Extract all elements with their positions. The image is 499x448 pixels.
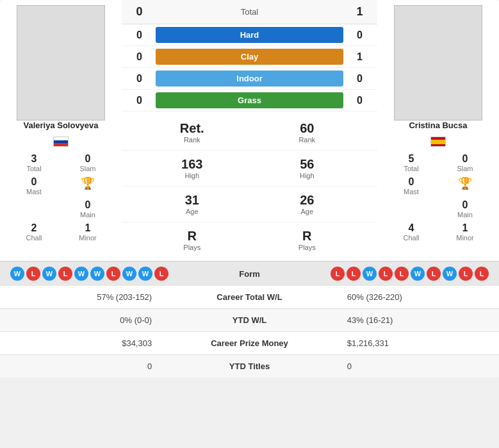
right-player-column: Cristina Bucsa 5 Total 0 Slam 0 Mast 🏆 (377, 0, 499, 261)
surface-row-grass: 0Grass0 (122, 90, 377, 112)
rank-row: Ret. Rank 60 Rank (122, 115, 377, 151)
stats-label-2: Career Prize Money (162, 332, 337, 355)
left-plays-value: R (188, 229, 197, 244)
surface-btn-indoor[interactable]: Indoor (156, 71, 343, 87)
left-mast-value: 0 (31, 176, 37, 188)
flag-icon (53, 137, 69, 147)
right-mast-empty (387, 199, 436, 219)
total-score-left: 0 (128, 5, 151, 19)
surface-right-grass: 0 (348, 95, 371, 106)
left-chall-value: 2 (31, 222, 37, 234)
left-plays-label: Plays (183, 244, 200, 251)
left-form-badges: WLWLWWLWWL (10, 267, 168, 281)
form-badge-w: W (42, 267, 56, 281)
right-minor-stat: 1 Minor (441, 222, 489, 242)
right-minor-label: Minor (456, 234, 474, 242)
bottom-stats-table: 57% (203-152)Career Total W/L60% (326-22… (0, 286, 499, 377)
left-main-label: Main (80, 211, 95, 219)
stats-right-2: $1,216,331 (337, 332, 499, 355)
form-badge-l: L (26, 267, 40, 281)
stats-right-0: 60% (326-220) (337, 286, 499, 309)
left-total-label: Total (26, 165, 41, 172)
right-mast-value: 0 (409, 176, 414, 188)
surface-row-indoor: 0Indoor0 (122, 68, 377, 90)
surface-rows: 0Hard00Clay10Indoor00Grass0 (122, 24, 377, 112)
right-minor-value: 1 (462, 222, 468, 234)
left-main-stat: 0 Main (63, 199, 112, 219)
surface-left-hard: 0 (128, 29, 151, 41)
form-badge-w: W (411, 267, 425, 281)
form-badge-l: L (331, 267, 345, 281)
right-rank-label: Rank (299, 136, 315, 144)
right-total-label: Total (404, 165, 418, 172)
right-age-label: Age (300, 208, 313, 215)
left-minor-stat: 1 Minor (63, 222, 112, 242)
form-badge-l: L (459, 267, 473, 281)
age-row: 31 Age 26 Age (122, 187, 377, 222)
left-mast-label: Mast (26, 188, 42, 195)
surface-btn-grass[interactable]: Grass (156, 92, 343, 108)
left-high-block: 163 High (135, 157, 250, 179)
stats-left-2: $34,303 (0, 332, 162, 355)
total-label: Total (151, 7, 348, 17)
surface-right-clay: 1 (348, 51, 371, 63)
left-player-photo (17, 5, 105, 120)
surface-row-hard: 0Hard0 (122, 24, 377, 46)
right-slam-label: Slam (457, 165, 473, 172)
surface-right-indoor: 0 (348, 73, 371, 85)
left-chall-label: Chall (26, 234, 42, 242)
left-player-stats: 3 Total 0 Slam 0 Mast 🏆 0 (10, 153, 112, 242)
stats-row-1: 0% (0-0)YTD W/L43% (16-21) (0, 309, 499, 332)
left-player-column: Valeriya Solovyeva 3 Total 0 Slam 0 Mast… (0, 0, 122, 261)
right-high-block: 56 High (250, 157, 365, 179)
form-badge-w: W (10, 267, 24, 281)
left-rank-value: Ret. (180, 121, 204, 136)
left-age-block: 31 Age (135, 193, 250, 215)
total-score-right: 1 (348, 5, 371, 19)
surface-btn-hard[interactable]: Hard (156, 27, 343, 43)
stats-row-0: 57% (203-152)Career Total W/L60% (326-22… (0, 286, 499, 309)
left-total-stat: 3 Total (10, 153, 58, 172)
top-section: Valeriya Solovyeva 3 Total 0 Slam 0 Mast… (0, 0, 499, 261)
plays-row: R Plays R Plays (122, 222, 377, 258)
form-badge-l: L (427, 267, 441, 281)
right-plays-block: R Plays (250, 229, 365, 251)
stats-label-3: YTD Titles (162, 355, 337, 378)
left-mast-stat: 0 Mast (10, 176, 58, 195)
left-high-label: High (184, 172, 199, 179)
stats-row-3: 0YTD Titles0 (0, 355, 499, 378)
form-badge-w: W (74, 267, 88, 281)
left-slam-value: 0 (85, 153, 91, 165)
stats-left-1: 0% (0-0) (0, 309, 162, 332)
form-badge-l: L (58, 267, 72, 281)
left-age-label: Age (186, 208, 199, 215)
middle-column: 0 Total 1 0Hard00Clay10Indoor00Grass0 Re… (122, 0, 377, 261)
center-data-rows: Ret. Rank 60 Rank 163 High 56 Hi (122, 112, 377, 261)
left-age-value: 31 (185, 193, 199, 208)
form-badge-w: W (122, 267, 136, 281)
stats-right-1: 43% (16-21) (337, 309, 499, 332)
right-form-badges: LLWLLWLWLL (331, 267, 489, 281)
left-high-value: 163 (181, 157, 202, 172)
right-rank-value: 60 (300, 121, 314, 136)
right-main-label: Main (457, 211, 473, 219)
right-mast-stat: 0 Mast (387, 176, 436, 195)
left-rank-label: Rank (184, 136, 200, 144)
right-plays-value: R (302, 229, 311, 244)
right-mast-label: Mast (404, 188, 419, 195)
left-plays-block: R Plays (135, 229, 250, 251)
right-player-stats: 5 Total 0 Slam 0 Mast 🏆 0 Mai (387, 153, 489, 242)
form-badge-l: L (379, 267, 393, 281)
form-badge-w: W (138, 267, 152, 281)
form-badge-l: L (154, 267, 168, 281)
surface-btn-clay[interactable]: Clay (156, 49, 343, 65)
right-player-photo (394, 5, 482, 120)
right-main-value: 0 (462, 199, 468, 211)
right-high-label: High (300, 172, 315, 179)
left-slam-label: Slam (79, 165, 95, 172)
form-badge-w: W (443, 267, 457, 281)
stats-label-1: YTD W/L (162, 309, 337, 332)
left-player-name: Valeriya Solovyeva (23, 120, 98, 130)
left-trophy: 🏆 (63, 176, 112, 195)
right-trophy-icon: 🏆 (458, 176, 472, 190)
